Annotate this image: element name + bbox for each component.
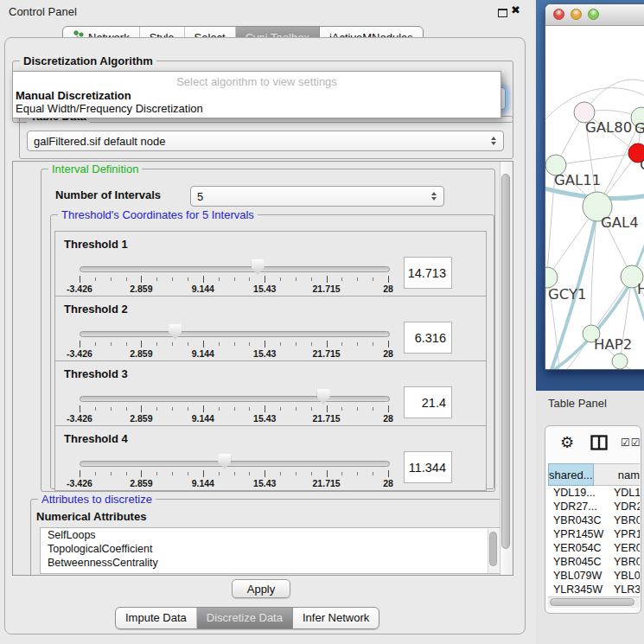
tick-label: 28	[383, 284, 393, 294]
table-panel-title: Table Panel	[548, 397, 607, 410]
vertical-scrollbar-thumb[interactable]	[501, 174, 510, 549]
tick-label: 21.715	[313, 413, 341, 424]
cell-name: YDR27...	[610, 500, 640, 513]
tick-mark	[249, 277, 250, 281]
threshold-slider[interactable]: -3.4262.8599.14415.4321.71528	[80, 393, 388, 424]
cell-name: YPR145W	[610, 527, 640, 541]
slider-track[interactable]	[80, 396, 390, 402]
cell-shared-name: YER054C	[548, 541, 610, 555]
table-row[interactable]: YER054CYER054C	[548, 541, 640, 555]
tick-mark	[341, 407, 342, 411]
gear-icon[interactable]: ⚙	[560, 433, 574, 452]
slider-track[interactable]	[80, 266, 390, 272]
combo-arrows-icon	[430, 191, 437, 201]
threshold-value-field[interactable]: 14.713	[404, 257, 452, 289]
table-row[interactable]: YBR045CYBR045C	[548, 555, 640, 569]
tick-mark	[172, 277, 173, 281]
threshold-panel: Threshold 1-3.4262.8599.14415.4321.71528…	[54, 231, 487, 296]
network-edge[interactable]	[556, 153, 638, 165]
threshold-value-field[interactable]: 6.316	[404, 322, 452, 354]
tick-mark	[203, 341, 204, 348]
numerical-attributes-label: Numerical Attributes	[36, 510, 146, 523]
tab-infer-network[interactable]: Infer Network	[293, 608, 379, 628]
zoom-window-button-icon[interactable]	[588, 9, 599, 20]
popup-option[interactable]: Manual Discretization	[16, 89, 131, 102]
node-label-gcy1: GCY1	[548, 286, 587, 303]
tick-mark	[327, 405, 328, 412]
tick-mark	[219, 472, 220, 475]
network-edge[interactable]	[545, 165, 556, 356]
list-item[interactable]: SelfLoops	[41, 528, 501, 542]
float-window-icon[interactable]	[498, 9, 507, 17]
horizontal-scrollbar[interactable]	[548, 596, 640, 608]
tick-mark	[388, 276, 389, 283]
slider-thumb[interactable]	[252, 259, 265, 275]
table-panel-card: ⚙ ☑☑ shared... name YDL19...YDL19...YDR2…	[545, 425, 641, 614]
column-view-icon[interactable]	[590, 435, 608, 454]
checkbox-icons[interactable]: ☑☑	[621, 437, 641, 449]
minimize-window-button-icon[interactable]	[571, 9, 582, 20]
threshold-value-field[interactable]: 11.344	[404, 451, 452, 483]
numerical-attributes-list[interactable]: SelfLoopsTopologicalCoefficientBetweenne…	[40, 527, 501, 574]
popup-option[interactable]: Equal Width/Frequency Discretization	[16, 102, 203, 115]
tick-mark	[296, 472, 296, 475]
threshold-slider[interactable]: -3.4262.8599.14415.4321.71528	[80, 458, 388, 489]
tick-mark	[203, 470, 204, 477]
close-icon[interactable]: ✖	[511, 3, 520, 16]
table-row[interactable]: YDL19...YDL19...	[548, 486, 640, 500]
group-title: Interval Definition	[48, 163, 142, 175]
threshold-slider[interactable]: -3.4262.8599.14415.4321.71528	[80, 328, 388, 360]
tick-label: 9.144	[192, 348, 214, 359]
tick-mark	[373, 277, 373, 281]
table-row[interactable]: YLR345WYLR345W	[548, 583, 640, 596]
table-row[interactable]: YDR27...YDR27...	[548, 500, 640, 513]
tick-mark	[172, 407, 173, 411]
slider-thumb[interactable]	[169, 324, 182, 340]
slider-track[interactable]	[80, 331, 390, 337]
tick-mark	[296, 407, 296, 411]
tick-mark	[219, 277, 220, 281]
tick-mark	[296, 277, 296, 281]
table-data-combobox-value: galFiltered.sif default node	[34, 135, 165, 148]
list-item[interactable]: TopologicalCoefficient	[41, 542, 501, 556]
apply-button[interactable]: Apply	[232, 579, 290, 598]
tick-mark	[111, 407, 112, 411]
tick-label: 2.859	[130, 348, 152, 359]
list-item[interactable]: BetweennessCentrality	[41, 556, 501, 570]
threshold-value-field[interactable]: 21.4	[404, 386, 452, 418]
close-window-button-icon[interactable]	[553, 9, 564, 20]
network-window-titlebar[interactable]	[545, 4, 644, 26]
column-header-name[interactable]: name	[594, 463, 640, 486]
network-canvas[interactable]: GAL80GACGAL11GAL4GCY1HHAP2	[545, 26, 644, 370]
network-node-gcy1[interactable]	[545, 267, 558, 288]
tick-label: -3.426	[67, 478, 92, 488]
vertical-scrollbar[interactable]	[500, 162, 513, 575]
tick-mark	[327, 470, 328, 477]
table-row[interactable]: YBR043CYBR043C	[548, 513, 640, 527]
number-of-intervals-combobox[interactable]: 5	[190, 186, 444, 207]
table-row[interactable]: YPR145WYPR145W	[548, 527, 640, 541]
slider-track[interactable]	[80, 461, 390, 467]
table-rows[interactable]: YDL19...YDL19...YDR27...YDR27...YBR043CY…	[548, 486, 640, 596]
slider-thumb[interactable]	[317, 389, 330, 405]
tab-impute-data[interactable]: Impute Data	[116, 608, 197, 628]
tick-mark	[357, 407, 358, 411]
network-node-n-btm[interactable]	[612, 354, 628, 369]
tick-label: 21.715	[313, 348, 341, 359]
tick-mark	[172, 342, 173, 346]
interval-definition-group: Interval Definition Number of Intervals …	[41, 169, 495, 492]
tab-discretize-data[interactable]: Discretize Data	[197, 608, 293, 628]
horizontal-scrollbar-thumb[interactable]	[550, 598, 634, 606]
threshold-slider[interactable]: -3.4262.8599.14415.4321.71528	[80, 264, 388, 295]
tick-label: 15.43	[253, 413, 276, 424]
table-data-combobox[interactable]: galFiltered.sif default node	[27, 131, 504, 151]
table-row[interactable]: YBL079WYBL079W	[548, 569, 640, 583]
node-label-gal-r: GA	[634, 120, 644, 137]
list-scrollbar-thumb[interactable]	[489, 532, 497, 566]
group-title: Discretization Algorithm	[20, 54, 156, 67]
tick-mark	[311, 342, 312, 346]
list-scrollbar[interactable]	[488, 529, 500, 574]
slider-thumb[interactable]	[218, 454, 231, 469]
column-header-shared-name[interactable]: shared...	[548, 463, 594, 486]
tick-mark	[111, 342, 112, 346]
